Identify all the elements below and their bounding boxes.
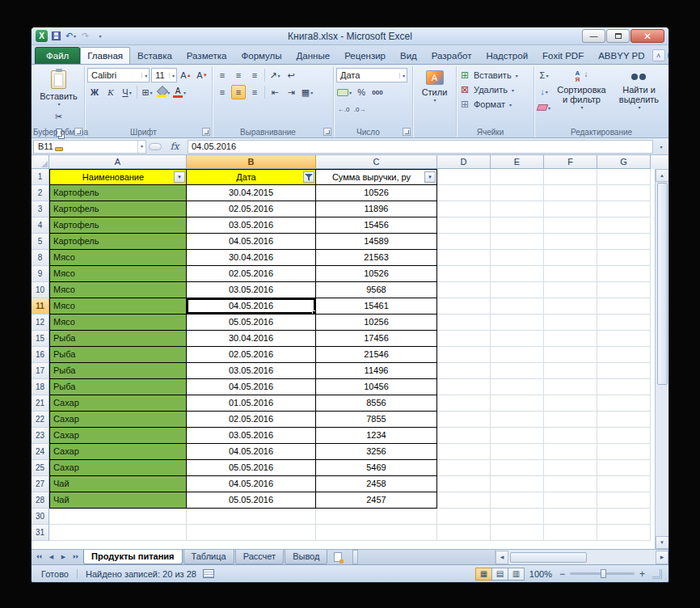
cell-E10[interactable] xyxy=(491,282,544,298)
cell-C17[interactable]: 11496 xyxy=(316,363,437,379)
cell-A4[interactable]: Картофель xyxy=(49,217,187,234)
cell-C3[interactable]: 11896 xyxy=(316,201,437,217)
horizontal-scroll-thumb[interactable] xyxy=(510,552,587,563)
cell-G2[interactable] xyxy=(597,185,651,201)
formula-input[interactable]: 04.05.2016 xyxy=(188,140,653,154)
cell-A17[interactable]: Рыба xyxy=(49,363,187,379)
ribbon-tab-10[interactable]: ABBYY PD xyxy=(591,47,652,64)
cell-B15[interactable]: 30.04.2016 xyxy=(187,331,316,347)
cell-F22[interactable] xyxy=(544,412,597,428)
cell-E9[interactable] xyxy=(491,266,544,282)
row-header-28[interactable]: 28 xyxy=(32,492,49,509)
cell-G5[interactable] xyxy=(597,234,651,250)
bold-button[interactable]: Ж xyxy=(87,85,102,99)
cell-E2[interactable] xyxy=(491,185,544,201)
ribbon-tab-7[interactable]: Разработ xyxy=(424,47,479,64)
cell-G8[interactable] xyxy=(597,250,651,266)
cell-D23[interactable] xyxy=(437,428,491,444)
cell-C2[interactable]: 10526 xyxy=(316,185,437,201)
font-color-button[interactable]: А▾ xyxy=(172,85,187,99)
cell-F4[interactable] xyxy=(544,217,597,234)
cell-F28[interactable] xyxy=(544,492,597,509)
cell-D27[interactable] xyxy=(437,476,491,492)
cell-D31[interactable] xyxy=(437,525,491,541)
cell-A1[interactable]: Наименование▼ xyxy=(49,169,187,185)
vertical-scroll-thumb[interactable] xyxy=(657,183,668,385)
cell-G28[interactable] xyxy=(597,492,651,509)
cell-G12[interactable] xyxy=(597,315,651,331)
cell-B3[interactable]: 02.05.2016 xyxy=(187,201,316,217)
filter-dropdown-button-C[interactable]: ▼ xyxy=(424,171,436,183)
cell-E5[interactable] xyxy=(491,234,544,250)
cell-D30[interactable] xyxy=(437,509,491,525)
row-header-31[interactable]: 31 xyxy=(32,525,49,541)
row-header-23[interactable]: 23 xyxy=(32,428,49,444)
ribbon-tab-1[interactable]: Вставка xyxy=(130,47,179,64)
zoom-slider-thumb[interactable] xyxy=(601,569,606,578)
underline-button[interactable]: Ч▾ xyxy=(120,85,134,99)
sheet-tab-1[interactable]: Таблица xyxy=(183,550,234,564)
close-button[interactable]: ✕ xyxy=(630,29,664,43)
row-header-3[interactable]: 3 xyxy=(32,201,49,217)
zoom-out-button[interactable]: − xyxy=(557,568,567,580)
minimize-ribbon-button[interactable]: ˄ xyxy=(652,49,665,61)
cell-A15[interactable]: Рыба xyxy=(49,331,187,347)
cell-G25[interactable] xyxy=(597,460,651,476)
cell-E17[interactable] xyxy=(491,363,544,379)
cell-F31[interactable] xyxy=(544,525,597,541)
select-all-corner[interactable] xyxy=(32,155,49,169)
cell-A30[interactable] xyxy=(49,509,187,525)
cell-A21[interactable]: Сахар xyxy=(49,395,187,412)
find-select-button[interactable]: Найти и выделить ▾ xyxy=(612,68,666,115)
cell-E11[interactable] xyxy=(491,298,544,315)
cell-A10[interactable]: Мясо xyxy=(49,282,187,298)
autosum-button[interactable]: Σ▾ xyxy=(537,68,551,82)
cell-A5[interactable]: Картофель xyxy=(49,234,187,250)
cell-D4[interactable] xyxy=(437,217,491,234)
cell-B25[interactable]: 05.05.2016 xyxy=(187,460,316,476)
cell-E28[interactable] xyxy=(491,492,544,509)
decrease-decimal-button[interactable]: .0→ xyxy=(352,102,367,116)
previous-sheet-button[interactable]: ◀ xyxy=(46,554,57,560)
ribbon-tab-5[interactable]: Рецензир xyxy=(337,47,393,64)
resize-grip[interactable] xyxy=(652,569,662,579)
cell-D5[interactable] xyxy=(437,234,491,250)
cell-A24[interactable]: Сахар xyxy=(49,444,187,460)
cell-C31[interactable] xyxy=(316,525,437,541)
scroll-down-button[interactable]: ▼ xyxy=(656,536,669,549)
row-header-1[interactable]: 1 xyxy=(32,169,49,185)
cell-G4[interactable] xyxy=(597,217,651,234)
vertical-scrollbar[interactable]: ▲ ▼ xyxy=(655,169,668,549)
cell-E22[interactable] xyxy=(491,412,544,428)
cell-C15[interactable]: 17456 xyxy=(316,331,437,347)
number-dialog-launcher[interactable] xyxy=(403,128,411,136)
comma-style-button[interactable]: 000 xyxy=(370,85,385,99)
delete-cells-button[interactable]: ⊠Удалить▾ xyxy=(459,84,531,95)
cell-C5[interactable]: 14589 xyxy=(316,234,437,250)
accounting-format-button[interactable]: ▾ xyxy=(336,85,352,99)
ribbon-tab-0[interactable]: Главная xyxy=(80,47,130,64)
cell-G21[interactable] xyxy=(597,395,651,412)
scroll-right-button[interactable]: ▶ xyxy=(656,551,668,564)
cell-C22[interactable]: 7855 xyxy=(316,412,437,428)
cell-G23[interactable] xyxy=(597,428,651,444)
ribbon-tab-4[interactable]: Данные xyxy=(289,47,338,64)
save-button[interactable] xyxy=(50,30,62,43)
cell-B18[interactable]: 04.05.2016 xyxy=(187,379,316,395)
qat-customize-button[interactable]: ▾ xyxy=(94,30,106,43)
cell-E4[interactable] xyxy=(491,217,544,234)
cell-E30[interactable] xyxy=(491,509,544,525)
decrease-indent-button[interactable]: ⇤ xyxy=(268,85,282,99)
column-header-D[interactable]: D xyxy=(437,155,491,169)
cell-C18[interactable]: 10456 xyxy=(316,379,437,395)
normal-view-button[interactable]: ▦ xyxy=(475,568,492,581)
cell-C24[interactable]: 3256 xyxy=(316,444,437,460)
row-header-30[interactable]: 30 xyxy=(32,509,49,525)
align-top-button[interactable]: ≡ xyxy=(215,68,230,82)
cell-B28[interactable]: 05.05.2016 xyxy=(187,492,316,509)
align-middle-button[interactable]: ≡ xyxy=(231,68,246,82)
cell-E3[interactable] xyxy=(491,201,544,217)
excel-logo-icon[interactable] xyxy=(36,30,48,42)
cell-F25[interactable] xyxy=(544,460,597,476)
name-box-dropdown-icon[interactable]: ▾ xyxy=(137,141,145,153)
